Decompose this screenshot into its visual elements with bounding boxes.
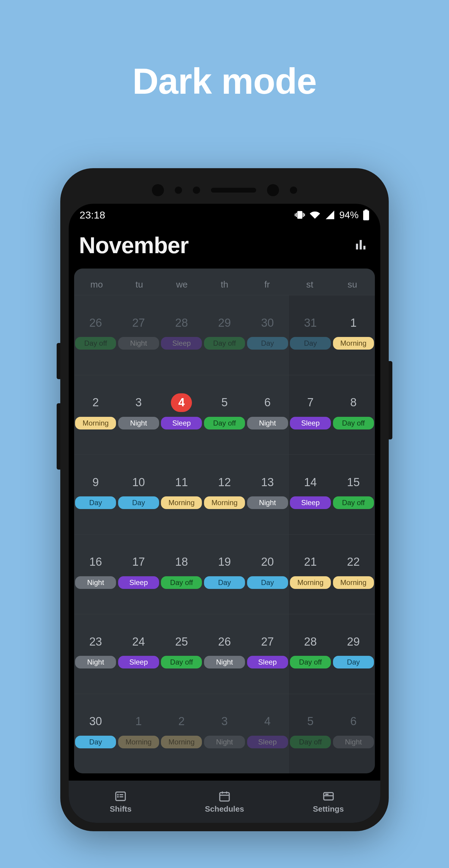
calendar-day-cell[interactable]: 28Sleep (160, 296, 203, 375)
nav-schedules[interactable]: Schedules (173, 781, 277, 823)
calendar-day-cell[interactable]: 29Day (332, 614, 375, 694)
calendar-day-cell[interactable]: 31Day (289, 296, 332, 375)
shift-tag: Night (75, 576, 116, 589)
shift-tag: Morning (333, 576, 374, 589)
stats-button[interactable] (351, 236, 370, 255)
calendar-day-cell[interactable]: 23Night (74, 614, 117, 694)
nav-label: Settings (313, 804, 344, 814)
calendar-day-cell[interactable]: 16Night (74, 535, 117, 614)
calendar-day-cell[interactable]: 12Morning (203, 455, 246, 534)
calendar-grid: 26Day off27Night28Sleep29Day off30Day31D… (74, 295, 375, 773)
day-number: 13 (257, 473, 278, 492)
calendar-day-cell[interactable]: 6Night (332, 694, 375, 774)
calendar-day-cell[interactable]: 6Night (246, 375, 289, 455)
calendar-day-cell[interactable]: 26Night (203, 614, 246, 694)
shift-tag: Night (333, 736, 374, 748)
day-number: 30 (85, 712, 106, 731)
calendar-day-cell[interactable]: 17Sleep (117, 535, 160, 614)
phone-speaker-row (69, 177, 380, 204)
shift-tag: Day off (161, 576, 202, 589)
shift-tag: Day off (204, 337, 245, 350)
calendar-day-cell[interactable]: 30Day (74, 694, 117, 774)
calendar-day-cell[interactable]: 20Day (246, 535, 289, 614)
svg-rect-4 (363, 246, 365, 249)
shift-tag: Sleep (118, 656, 159, 669)
nav-shifts[interactable]: Shifts (69, 781, 173, 823)
day-number: 14 (300, 473, 321, 492)
calendar-day-cell[interactable]: 18Day off (160, 535, 203, 614)
calendar-day-cell[interactable]: 8Day off (332, 375, 375, 455)
calendar-week-row: 23Night24Sleep25Day off26Night27Sleep28D… (74, 614, 375, 694)
calendar-day-cell[interactable]: 26Day off (74, 296, 117, 375)
calendar-week-row: 26Day off27Night28Sleep29Day off30Day31D… (74, 295, 375, 375)
shift-tag: Sleep (161, 337, 202, 350)
page-title: November (79, 232, 189, 258)
calendar-day-cell[interactable]: 4Sleep (246, 694, 289, 774)
calendar-day-cell[interactable]: 27Sleep (246, 614, 289, 694)
bar-chart-icon (354, 239, 367, 251)
weekday-label: we (161, 274, 203, 295)
day-number: 2 (85, 393, 106, 412)
day-number: 24 (128, 632, 149, 651)
calendar-day-cell[interactable]: 3Night (117, 375, 160, 455)
calendar-day-cell[interactable]: 1Morning (117, 694, 160, 774)
calendar-day-cell[interactable]: 5Day off (203, 375, 246, 455)
calendar-day-cell[interactable]: 21Morning (289, 535, 332, 614)
shift-tag: Sleep (290, 417, 331, 430)
calendar-day-cell[interactable]: 19Day (203, 535, 246, 614)
day-number: 8 (343, 393, 364, 412)
phone-screen: 23:18 94% November motuwethfrstsu 26Day … (69, 204, 380, 823)
day-number: 15 (343, 473, 364, 492)
calendar-day-cell[interactable]: 22Morning (332, 535, 375, 614)
day-number: 28 (171, 313, 192, 332)
calendar-day-cell[interactable]: 29Day off (203, 296, 246, 375)
calendar-day-cell[interactable]: 7Sleep (289, 375, 332, 455)
calendar-card: motuwethfrstsu 26Day off27Night28Sleep29… (74, 269, 375, 773)
day-number: 3 (214, 712, 235, 731)
shift-tag: Night (247, 417, 288, 430)
nav-settings[interactable]: Settings (276, 781, 380, 823)
calendar-day-cell[interactable]: 2Morning (160, 694, 203, 774)
weekday-label: tu (118, 274, 160, 295)
weekday-label: st (288, 274, 331, 295)
calendar-day-cell[interactable]: 3Night (203, 694, 246, 774)
calendar-day-cell[interactable]: 13Night (246, 455, 289, 534)
nav-label: Shifts (110, 804, 131, 814)
day-number: 31 (300, 313, 321, 332)
calendar-day-cell[interactable]: 2Morning (74, 375, 117, 455)
calendar-day-cell[interactable]: 15Day off (332, 455, 375, 534)
shift-tag: Day off (161, 656, 202, 669)
calendar-day-cell[interactable]: 5Day off (289, 694, 332, 774)
calendar-day-cell[interactable]: 30Day (246, 296, 289, 375)
calendar-day-cell[interactable]: 4Sleep (160, 375, 203, 455)
calendar-day-cell[interactable]: 10Day (117, 455, 160, 534)
day-number: 7 (300, 393, 321, 412)
calendar-day-cell[interactable]: 11Morning (160, 455, 203, 534)
calendar-week-row: 2Morning3Night4Sleep5Day off6Night7Sleep… (74, 375, 375, 455)
calendar-day-cell[interactable]: 14Sleep (289, 455, 332, 534)
day-number: 5 (214, 393, 235, 412)
calendar-day-cell[interactable]: 25Day off (160, 614, 203, 694)
calendar-day-cell[interactable]: 24Sleep (117, 614, 160, 694)
day-number: 4 (171, 393, 192, 412)
day-number: 5 (300, 712, 321, 731)
status-icons: 94% (295, 210, 370, 221)
svg-rect-3 (360, 240, 362, 250)
calendar-day-cell[interactable]: 28Day off (289, 614, 332, 694)
shift-tag: Day (204, 576, 245, 589)
day-number: 30 (257, 313, 278, 332)
shift-tag: Day off (333, 417, 374, 430)
day-number: 11 (171, 473, 192, 492)
promo-title: Dark mode (132, 60, 316, 102)
calendar-day-cell[interactable]: 9Day (74, 455, 117, 534)
day-number: 6 (257, 393, 278, 412)
calendar-week-row: 9Day10Day11Morning12Morning13Night14Slee… (74, 455, 375, 534)
calendar-day-cell[interactable]: 27Night (117, 296, 160, 375)
day-number: 16 (85, 553, 106, 571)
calendar-day-cell[interactable]: 1Morning (332, 296, 375, 375)
day-number: 18 (171, 553, 192, 571)
shift-tag: Day (118, 496, 159, 509)
nav-label: Schedules (205, 804, 244, 814)
shift-tag: Day (247, 576, 288, 589)
day-number: 27 (128, 313, 149, 332)
